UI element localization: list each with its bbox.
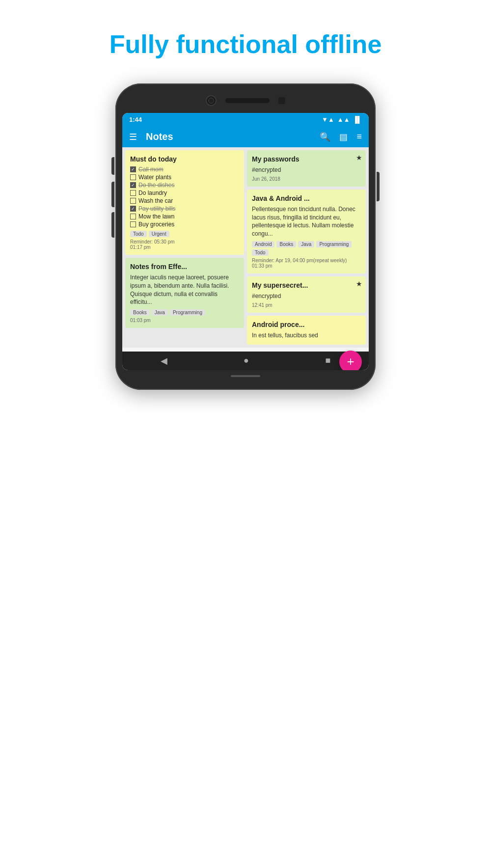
note-notes-from-effe[interactable]: Notes from Effe... Integer iaculis neque…: [125, 258, 244, 328]
app-bar: ☰ Notes 🔍 ▤ ≡: [122, 126, 369, 147]
note-time-notes-effe: 01:03 pm: [130, 318, 239, 323]
note-content-notes-effe: Integer iaculis neque laoreet, posuere i…: [130, 273, 239, 306]
mute-button: [111, 157, 114, 175]
hamburger-menu-icon[interactable]: ☰: [129, 132, 137, 142]
checklist-do-dishes[interactable]: ✓ Do the dishes: [130, 182, 239, 189]
note-title-android-proce: Android proce...: [252, 321, 361, 328]
note-date-passwords: Jun 26, 2018: [252, 176, 361, 182]
phone-bottom-bar: [122, 370, 369, 379]
phone-screen: 1:44 ▼▲ ▲▲ ▐▌ ☰ Notes 🔍 ▤ ≡: [122, 113, 369, 370]
note-content-android-proce: In est tellus, faucibus sed: [252, 331, 361, 340]
phone-top-hardware: [122, 92, 369, 108]
checkbox-mow-lawn[interactable]: [130, 214, 136, 219]
checklist-wash-car[interactable]: Wash the car: [130, 197, 239, 204]
item-mow-lawn: Mow the lawn: [138, 213, 174, 220]
tag-todo2[interactable]: Todo: [252, 249, 269, 256]
app-title: Notes: [146, 131, 314, 142]
tag-todo[interactable]: Todo: [130, 231, 147, 237]
checkbox-wash-car[interactable]: [130, 198, 136, 204]
checklist-water-plants[interactable]: Water plants: [130, 174, 239, 181]
view-toggle-icon[interactable]: ▤: [339, 132, 348, 142]
signal-icon: ▲▲: [337, 116, 350, 123]
checklist-mow-lawn[interactable]: Mow the lawn: [130, 213, 239, 220]
item-do-dishes: Do the dishes: [138, 182, 174, 189]
tag-books[interactable]: Books: [130, 309, 150, 316]
page-headline: Fully functional offline: [90, 29, 402, 59]
note-supersecret[interactable]: ★ My supersecret... #encrypted 12:41 pm: [247, 276, 366, 313]
power-button: [377, 172, 380, 201]
tag-java2[interactable]: Java: [298, 241, 314, 247]
front-camera: [206, 95, 217, 106]
note-content-java-android: Pellentesque non tincidunt nulla. Donec …: [252, 205, 361, 238]
note-title-passwords: My passwords: [252, 155, 361, 163]
checkbox-pay-bills[interactable]: ✓: [130, 206, 136, 212]
star-icon-supersecret[interactable]: ★: [356, 280, 362, 288]
notes-grid: Must do today ✓ Call mom Water plants ✓ …: [122, 147, 369, 348]
note-title-supersecret: My supersecret...: [252, 281, 361, 289]
bottom-navigation: ◀ ● ■: [122, 352, 369, 370]
volume-down-button: [111, 212, 114, 238]
note-tags-java-android: Android Books Java Programming Todo: [252, 241, 361, 256]
back-button[interactable]: ◀: [161, 355, 167, 366]
item-wash-car: Wash the car: [138, 197, 173, 204]
note-content-supersecret: #encrypted: [252, 292, 361, 300]
note-must-do-today[interactable]: Must do today ✓ Call mom Water plants ✓ …: [125, 150, 244, 255]
status-icons: ▼▲ ▲▲ ▐▌: [322, 116, 362, 123]
tag-android[interactable]: Android: [252, 241, 274, 247]
volume-up-button: [111, 182, 114, 207]
checkbox-do-laundry[interactable]: [130, 190, 136, 196]
note-reminder-java: Reminder: Apr 19, 04:00 pm(repeat weekly…: [252, 258, 361, 269]
note-tags-must-do: Todo Urgent: [130, 231, 239, 237]
app-bar-actions: 🔍 ▤ ≡: [320, 132, 362, 142]
checklist-pay-bills[interactable]: ✓ Pay utility bills: [130, 205, 239, 212]
note-title-java-android: Java & Android ...: [252, 194, 361, 202]
item-do-laundry: Do laundry: [138, 190, 167, 196]
note-java-android[interactable]: Java & Android ... Pellentesque non tinc…: [247, 190, 366, 273]
search-icon[interactable]: 🔍: [320, 132, 330, 142]
note-content-passwords: #encrypted: [252, 166, 361, 174]
tag-java[interactable]: Java: [152, 309, 168, 316]
phone-screen-wrapper: 1:44 ▼▲ ▲▲ ▐▌ ☰ Notes 🔍 ▤ ≡: [122, 113, 369, 370]
item-pay-bills: Pay utility bills: [138, 205, 175, 212]
note-my-passwords[interactable]: ★ My passwords #encrypted Jun 26, 2018: [247, 150, 366, 187]
home-button[interactable]: ●: [244, 355, 249, 366]
note-reminder-must-do: Reminder: 05:30 pm01:17 pm: [130, 239, 239, 250]
earpiece-speaker: [225, 98, 270, 103]
wifi-icon: ▼▲: [322, 116, 334, 123]
status-bar: 1:44 ▼▲ ▲▲ ▐▌: [122, 113, 369, 126]
proximity-sensor: [278, 97, 285, 104]
battery-icon: ▐▌: [353, 116, 362, 123]
sort-icon[interactable]: ≡: [356, 132, 362, 142]
item-water-plants: Water plants: [138, 174, 171, 181]
status-time: 1:44: [129, 116, 142, 123]
checkbox-water-plants[interactable]: [130, 174, 136, 180]
checklist-do-laundry[interactable]: Do laundry: [130, 190, 239, 196]
checkbox-buy-groceries[interactable]: [130, 221, 136, 227]
checklist-call-mom[interactable]: ✓ Call mom: [130, 166, 239, 173]
item-call-mom: Call mom: [138, 166, 164, 173]
note-title-must-do-today: Must do today: [130, 155, 239, 163]
tag-books2[interactable]: Books: [276, 241, 296, 247]
tag-programming2[interactable]: Programming: [316, 241, 352, 247]
tag-programming[interactable]: Programming: [170, 309, 205, 316]
home-indicator: [231, 375, 260, 377]
checkbox-call-mom[interactable]: ✓: [130, 166, 136, 172]
note-date-supersecret: 12:41 pm: [252, 302, 361, 308]
star-icon-passwords[interactable]: ★: [356, 154, 362, 162]
recents-button[interactable]: ■: [325, 355, 330, 366]
tag-urgent[interactable]: Urgent: [149, 231, 169, 237]
note-title-notes-effe: Notes from Effe...: [130, 263, 239, 271]
note-android-proce[interactable]: Android proce... In est tellus, faucibus…: [247, 316, 366, 345]
note-tags-notes-effe: Books Java Programming: [130, 309, 239, 316]
phone-device: 1:44 ▼▲ ▲▲ ▐▌ ☰ Notes 🔍 ▤ ≡: [115, 83, 376, 390]
item-buy-groceries: Buy groceries: [138, 221, 174, 228]
fab-add-button[interactable]: +: [339, 351, 362, 370]
checkbox-do-dishes[interactable]: ✓: [130, 182, 136, 188]
checklist-buy-groceries[interactable]: Buy groceries: [130, 221, 239, 228]
